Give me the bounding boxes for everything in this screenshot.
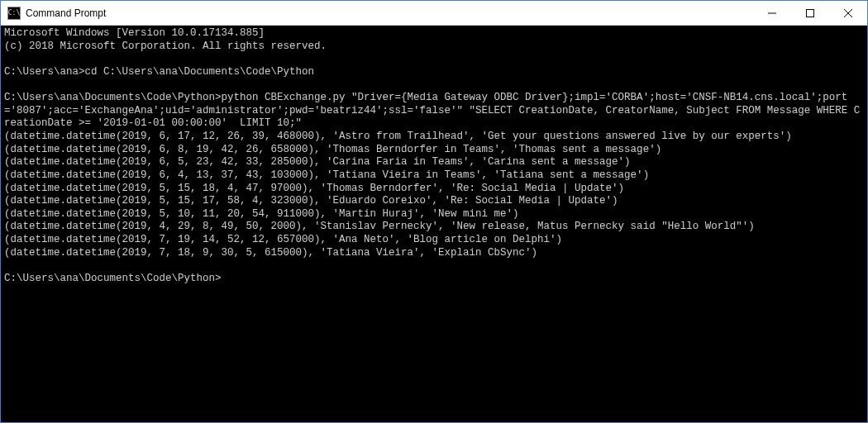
minimize-button[interactable] [753, 1, 791, 25]
titlebar[interactable]: C:\ Command Prompt [1, 1, 867, 26]
console-output-area[interactable]: Microsoft Windows [Version 10.0.17134.88… [1, 26, 867, 422]
window-title: Command Prompt [26, 7, 106, 19]
maximize-icon [806, 9, 814, 17]
window-controls [753, 1, 867, 25]
close-button[interactable] [829, 1, 867, 25]
maximize-button[interactable] [791, 1, 829, 25]
cmd-icon: C:\ [7, 7, 21, 20]
minimize-icon [768, 9, 776, 17]
command-prompt-window: C:\ Command Prompt Microsoft Windows [Ve… [0, 0, 868, 423]
close-icon [844, 9, 852, 17]
cmd-icon-label: C:\ [8, 10, 20, 17]
svg-rect-1 [807, 9, 814, 17]
